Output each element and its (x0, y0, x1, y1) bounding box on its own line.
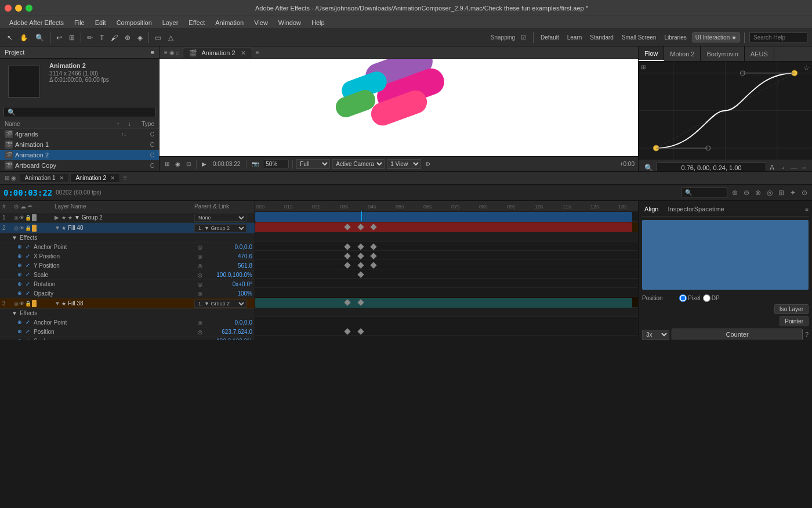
anchor3-value[interactable]: 0.0,0.0 (206, 319, 252, 326)
opacity-value[interactable]: 100% (206, 290, 252, 297)
tl-search-input[interactable] (681, 188, 727, 197)
ypos-value[interactable]: 561.8 (206, 262, 252, 269)
sub-prop-scale[interactable]: ⊕ ⤢ Scale ◎ 100.0,100.0% (0, 271, 255, 280)
menu-view[interactable]: View (249, 18, 273, 27)
toolbar-zoom[interactable]: 🔍 (33, 33, 46, 43)
toolbar-stamp[interactable]: ⊕ (122, 33, 133, 43)
ws-learn[interactable]: Learn (565, 33, 585, 42)
toolbar-brush[interactable]: 🖌 (108, 33, 120, 43)
list-item[interactable]: 🎬 Animation 2 C (0, 150, 159, 160)
curve-zoom-btn[interactable]: 🔍 (643, 163, 654, 171)
menu-composition[interactable]: Composition (112, 18, 157, 27)
track-row-2[interactable] (255, 222, 638, 232)
layer-expand-1[interactable]: ▶ (55, 214, 61, 221)
layer-parent-select-1[interactable]: None (194, 214, 246, 222)
timeline-tracks[interactable]: 00s 01s 02s 03s 04s 05s 06s 07s 08s 09s … (255, 201, 638, 340)
close-button[interactable] (5, 5, 12, 12)
menu-layer[interactable]: Layer (158, 18, 183, 27)
toolbar-hand[interactable]: ✋ (17, 33, 31, 43)
track-row-1[interactable] (255, 211, 638, 222)
search-help-input[interactable] (749, 33, 807, 42)
rot-value[interactable]: 0x+0.0° (206, 281, 252, 287)
kf-ypos-2[interactable] (357, 262, 364, 268)
pos3-value[interactable]: 623.7,624.0 (206, 329, 252, 335)
layer-expand-2[interactable]: ▼ (55, 225, 61, 231)
viewer-btn-play[interactable]: ▶ (200, 160, 208, 168)
tab-aeus[interactable]: AEUS (745, 46, 774, 61)
ws-ui[interactable]: UI Interaction ★ (693, 33, 740, 42)
col-sort-desc[interactable]: ↓ (119, 121, 131, 127)
inspector-menu[interactable]: ≡ (805, 206, 809, 212)
col-sort-asc[interactable]: ↑ (108, 121, 119, 127)
track-subrow-2-opacity[interactable] (255, 288, 638, 297)
snapping-toggle[interactable]: ☑ (519, 33, 528, 42)
scale-value[interactable]: 100.0,100.0% (206, 272, 252, 278)
dp-radio-label[interactable]: DP (703, 294, 720, 302)
kf-anchor-2[interactable] (357, 243, 364, 250)
kf-pos3-1[interactable] (344, 328, 350, 334)
sub-prop-anchor-3[interactable]: ⊕ ⤢ Anchor Point ◎ 0.0,0.0 (0, 318, 255, 327)
pixel-radio[interactable] (679, 294, 687, 302)
layer-vis-2[interactable]: 👁 (19, 225, 24, 231)
scale3-value[interactable]: 100.0,100.0% (206, 338, 252, 340)
tab-flow[interactable]: Flow (639, 46, 664, 61)
scale3-link[interactable]: ◎ (198, 338, 206, 340)
ypos-link[interactable]: ◎ (198, 263, 206, 269)
zoom-input[interactable] (263, 160, 289, 168)
tl-btn-1[interactable]: ⊕ (731, 188, 739, 197)
toolbar-pen[interactable]: ✏ (85, 33, 95, 43)
rot-link[interactable]: ◎ (198, 282, 206, 287)
pos3-link[interactable]: ◎ (198, 329, 206, 335)
track-subrow-2-anchor[interactable] (255, 242, 638, 251)
viewer-btn-grid[interactable]: ⊞ (163, 160, 171, 168)
counter-btn[interactable]: Counter (672, 329, 803, 340)
inspector-spacetime-tab[interactable]: InspectorSpacetime (665, 204, 726, 214)
effects-expand-3[interactable]: ▼ (12, 310, 17, 316)
comp-tab-close[interactable]: ✕ (241, 49, 246, 56)
tl-btn-6[interactable]: ✦ (789, 188, 797, 197)
anchor3-link[interactable]: ◎ (198, 320, 206, 326)
viewer-btn-snap[interactable]: ◉ (173, 160, 182, 168)
curve-favorite-icon[interactable]: ☆ (803, 64, 810, 72)
layer-row-2[interactable]: 2 ◎ 👁 🔒 ▼ ★ Fill 40 1. ▼ Group 2 (0, 223, 255, 233)
track-subrow-3-anchor[interactable] (255, 317, 638, 326)
layer-parent-select-3[interactable]: 1. ▼ Group 2 (194, 300, 246, 308)
xpos-value[interactable]: 470.6 (206, 253, 252, 260)
track-subrow-2-scale[interactable] (255, 269, 638, 279)
menu-help[interactable]: Help (307, 18, 329, 27)
playhead[interactable] (361, 211, 362, 221)
tl-settings[interactable]: ≡ (124, 175, 127, 181)
sub-prop-ypos[interactable]: ⊕ ⤢ Y Position ◎ 561.8 (0, 261, 255, 271)
ws-libraries[interactable]: Libraries (662, 33, 688, 42)
toolbar-shape[interactable]: ▭ (153, 33, 164, 43)
menu-file[interactable]: File (70, 18, 89, 27)
xpos-link[interactable]: ◎ (198, 254, 206, 260)
kf-ypos-3[interactable] (370, 262, 376, 268)
curve-minus-btn[interactable]: − (801, 163, 807, 171)
tl-tab2-close[interactable]: ✕ (110, 175, 115, 181)
kf-scale-1[interactable] (357, 271, 364, 278)
tab-motion2[interactable]: Motion 2 (664, 46, 701, 61)
sub-prop-xpos[interactable]: ⊕ ⤢ X Position ◎ 470.6 (0, 252, 255, 261)
tl-timecode[interactable]: 0:00:03:22 (3, 188, 52, 197)
layer-vis-1[interactable]: 👁 (19, 215, 24, 221)
tab-bodymovin[interactable]: Bodymovin (701, 46, 744, 61)
timeline-tab-anim1[interactable]: Animation 1 ✕ (20, 173, 70, 183)
tl-btn-2[interactable]: ⊖ (742, 188, 751, 197)
inspector-align-tab[interactable]: Align (642, 204, 661, 214)
menu-window[interactable]: Window (274, 18, 306, 27)
layer-solo-1[interactable]: ◎ (14, 215, 19, 221)
project-search-input[interactable] (3, 107, 155, 117)
toolbar-select[interactable]: ↖ (5, 33, 15, 43)
layer-lock-3[interactable]: 🔒 (25, 301, 31, 307)
sub-prop-pos-3[interactable]: ⊕ ⤢ Position ◎ 623.7,624.0 (0, 327, 255, 337)
tl-btn-3[interactable]: ⊗ (754, 188, 762, 197)
viewer-btn-safe[interactable]: ⊡ (184, 160, 193, 168)
curve-value-input[interactable] (657, 163, 766, 171)
quality-select[interactable]: Full Half Quarter (296, 159, 330, 169)
ws-small[interactable]: Small Screen (619, 33, 658, 42)
pointer-btn[interactable]: Pointer (780, 316, 809, 326)
sub-prop-rotation[interactable]: ⊕ ⤢ Rotation ◎ 0x+0.0° (0, 280, 255, 289)
viewer-btn-settings[interactable]: ⚙ (423, 160, 432, 168)
curve-graph[interactable]: ⊞ ☆ (639, 62, 812, 160)
